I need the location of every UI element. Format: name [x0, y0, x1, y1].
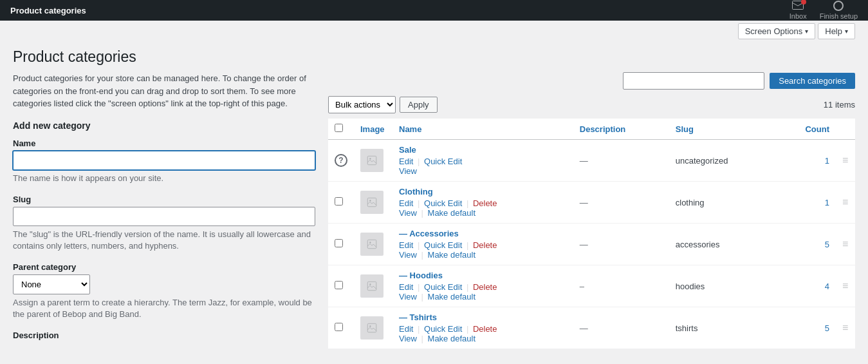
category-image	[360, 191, 383, 214]
row-checkbox[interactable]	[335, 281, 343, 289]
category-name-link[interactable]: Clothing	[399, 187, 433, 196]
row-action-edit[interactable]: Edit	[399, 157, 413, 166]
svg-point-4	[369, 200, 371, 201]
parent-hint: Assign a parent term to create a hierarc…	[13, 297, 315, 320]
name-field-group: Name The name is how it appears on your …	[13, 139, 315, 184]
bulk-actions-select[interactable]: Bulk actions	[328, 96, 396, 113]
name-hint: The name is how it appears on your site.	[13, 173, 315, 184]
category-name-link[interactable]: Sale	[399, 145, 416, 155]
notification-dot	[801, 0, 806, 5]
inbox-button[interactable]: Inbox	[790, 1, 807, 20]
table-row: — HoodiesEdit | Quick Edit | DeleteView …	[328, 265, 855, 307]
category-description: —	[573, 140, 669, 182]
row-action-delete[interactable]: Delete	[473, 198, 497, 208]
right-panel: Search categories Bulk actions Apply 11 …	[328, 72, 855, 350]
svg-point-2	[369, 158, 371, 159]
th-description[interactable]: Description	[573, 119, 669, 140]
drag-handle[interactable]: ≡	[842, 155, 848, 166]
row-action-view[interactable]: View	[399, 208, 417, 218]
sub-bar: Screen Options ▾ Help ▾	[0, 21, 868, 42]
search-categories-button[interactable]: Search categories	[770, 73, 855, 89]
name-input[interactable]	[13, 151, 315, 170]
slug-input[interactable]	[13, 207, 315, 226]
category-slug: uncategorized	[669, 140, 776, 182]
drag-handle[interactable]: ≡	[842, 280, 848, 291]
chevron-down-icon-help: ▾	[845, 28, 848, 35]
row-action-view[interactable]: View	[399, 166, 417, 176]
left-panel: Product categories for your store can be…	[13, 72, 315, 350]
drag-handle[interactable]: ≡	[842, 196, 848, 207]
table-row: — AccessoriesEdit | Quick Edit | DeleteV…	[328, 224, 855, 265]
th-image: Image	[354, 119, 392, 140]
apply-button[interactable]: Apply	[400, 97, 438, 113]
category-count[interactable]: 5	[825, 323, 829, 333]
row-checkbox[interactable]	[335, 323, 343, 331]
row-action-quick-edit[interactable]: Quick Edit	[424, 324, 462, 334]
select-all-checkbox[interactable]	[335, 124, 343, 132]
chevron-down-icon: ▾	[805, 28, 808, 35]
category-description: —	[573, 182, 669, 224]
row-action-delete[interactable]: Delete	[473, 282, 497, 292]
page-title-wrap: Product categories	[0, 42, 868, 66]
category-image	[360, 316, 383, 340]
svg-rect-3	[367, 198, 376, 207]
row-action-view[interactable]: View	[399, 334, 417, 343]
table-header-row: Image Name Description Slug Count	[328, 119, 855, 140]
drag-handle[interactable]: ≡	[842, 238, 848, 249]
category-count[interactable]: 4	[825, 282, 829, 291]
categories-table: Image Name Description Slug Count	[328, 119, 855, 349]
svg-rect-5	[367, 240, 376, 249]
category-name-link[interactable]: — Hoodies	[399, 271, 443, 280]
drag-handle[interactable]: ≡	[842, 322, 848, 333]
admin-bar: Product categories Inbox Finish setup	[0, 0, 868, 21]
screen-options-button[interactable]: Screen Options ▾	[738, 23, 816, 39]
row-action-quick-edit[interactable]: Quick Edit	[424, 240, 462, 250]
row-action-quick-edit[interactable]: Quick Edit	[424, 198, 462, 208]
th-count[interactable]: Count	[775, 119, 836, 140]
table-row: ?SaleEdit | Quick EditView—uncategorized…	[328, 140, 855, 182]
row-action-make-default[interactable]: Make default	[428, 250, 476, 260]
help-button[interactable]: Help ▾	[818, 23, 855, 39]
finish-setup-button[interactable]: Finish setup	[820, 1, 858, 20]
search-row: Search categories	[328, 72, 855, 90]
row-action-quick-edit[interactable]: Quick Edit	[424, 157, 462, 166]
row-action-make-default[interactable]: Make default	[428, 208, 476, 218]
category-slug: tshirts	[669, 307, 776, 349]
th-name[interactable]: Name	[392, 119, 573, 140]
category-count[interactable]: 1	[825, 156, 829, 166]
table-row: — TshirtsEdit | Quick Edit | DeleteView …	[328, 307, 855, 349]
row-action-make-default[interactable]: Make default	[428, 292, 476, 302]
row-action-edit[interactable]: Edit	[399, 324, 413, 334]
category-image	[360, 149, 383, 172]
row-action-view[interactable]: View	[399, 292, 417, 302]
row-checkbox[interactable]	[335, 197, 343, 206]
row-action-view[interactable]: View	[399, 250, 417, 260]
row-action-delete[interactable]: Delete	[473, 240, 497, 250]
category-name-link[interactable]: — Accessories	[399, 229, 459, 238]
row-action-quick-edit[interactable]: Quick Edit	[424, 282, 462, 292]
row-action-delete[interactable]: Delete	[473, 324, 497, 334]
svg-point-10	[369, 325, 371, 327]
row-action-make-default[interactable]: Make default	[428, 334, 476, 343]
main-container: Product categories for your store can be…	[0, 72, 868, 363]
category-count[interactable]: 1	[825, 198, 829, 207]
th-slug[interactable]: Slug	[669, 119, 776, 140]
category-slug: accessories	[669, 224, 776, 265]
category-slug: hoodies	[669, 265, 776, 307]
slug-field-group: Slug The "slug" is the URL-friendly vers…	[13, 195, 315, 252]
row-action-edit[interactable]: Edit	[399, 240, 413, 250]
category-description: –	[573, 265, 669, 307]
category-image	[360, 274, 383, 298]
intro-text: Product categories for your store can be…	[13, 72, 315, 110]
svg-rect-7	[367, 282, 376, 291]
row-action-edit[interactable]: Edit	[399, 282, 413, 292]
row-checkbox[interactable]	[335, 239, 343, 247]
parent-select[interactable]: None	[13, 274, 90, 294]
slug-hint: The "slug" is the URL-friendly version o…	[13, 229, 315, 252]
search-input[interactable]	[623, 72, 764, 90]
row-action-edit[interactable]: Edit	[399, 198, 413, 208]
category-count[interactable]: 5	[825, 240, 829, 249]
parent-field-group: Parent category None Assign a parent ter…	[13, 262, 315, 320]
name-label: Name	[13, 139, 315, 148]
category-name-link[interactable]: — Tshirts	[399, 312, 437, 322]
